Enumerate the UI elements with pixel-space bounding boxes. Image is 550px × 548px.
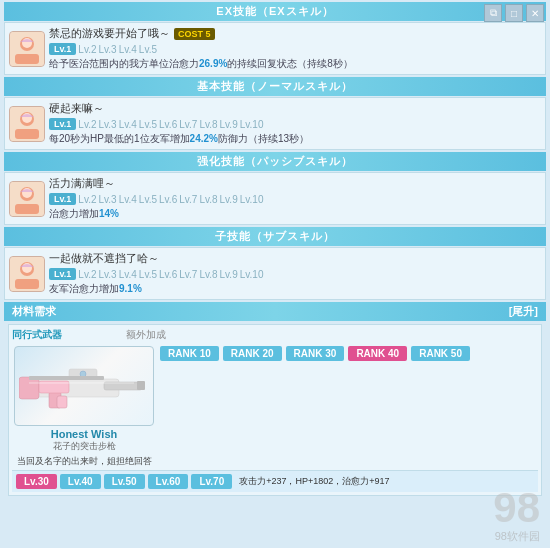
normal-lv8[interactable]: Lv.8	[199, 119, 217, 130]
svg-rect-10	[15, 204, 39, 214]
svg-rect-14	[15, 279, 39, 289]
rank20-button[interactable]: RANK 20	[223, 346, 282, 361]
sub-skill-desc: 友军治愈力增加9.1%	[49, 282, 541, 296]
materials-title-right: [尾升]	[509, 304, 538, 319]
sub-skill-row: 一起做就不遮挡了哈～ Lv.1 Lv.2 Lv.3 Lv.4 Lv.5 Lv.6…	[4, 247, 546, 300]
ex-lv3[interactable]: Lv.3	[99, 44, 117, 55]
normal-lv3[interactable]: Lv.3	[99, 119, 117, 130]
passive-char-icon	[9, 181, 45, 217]
normal-skill-row: 硬起来嘛～ Lv.1 Lv.2 Lv.3 Lv.4 Lv.5 Lv.6 Lv.7…	[4, 97, 546, 150]
sub-char-icon	[9, 256, 45, 292]
normal-lv10[interactable]: Lv.10	[240, 119, 264, 130]
logo-98-text: 98	[493, 487, 540, 529]
ex-skill-content: 禁忌的游戏要开始了哦～ COST 5 Lv.1 Lv.2 Lv.3 Lv.4 L…	[49, 26, 541, 71]
normal-lv1-button[interactable]: Lv.1	[49, 118, 76, 130]
sub-skill-name: 一起做就不遮挡了哈～	[49, 251, 159, 266]
ex-lv2[interactable]: Lv.2	[78, 44, 96, 55]
lv40-button[interactable]: Lv.40	[60, 474, 101, 489]
materials-header: 材料需求 [尾升]	[4, 302, 546, 321]
ex-char-icon	[9, 31, 45, 67]
sub-skill-header: 子技能（サブスキル）	[4, 227, 546, 246]
normal-lv6[interactable]: Lv.6	[159, 119, 177, 130]
sub-lv7[interactable]: Lv.7	[179, 269, 197, 280]
passive-skill-desc: 治愈力增加14%	[49, 207, 541, 221]
rank10-button[interactable]: RANK 10	[160, 346, 219, 361]
passive-lv2[interactable]: Lv.2	[78, 194, 96, 205]
passive-lv8[interactable]: Lv.8	[199, 194, 217, 205]
sub-lv3[interactable]: Lv.3	[99, 269, 117, 280]
sub-lv6[interactable]: Lv.6	[159, 269, 177, 280]
svg-rect-25	[137, 381, 145, 390]
ex-skill-row: 禁忌的游戏要开始了哦～ COST 5 Lv.1 Lv.2 Lv.3 Lv.4 L…	[4, 22, 546, 75]
ex-skill-name-row: 禁忌的游戏要开始了哦～ COST 5	[49, 26, 541, 41]
normal-skill-name-row: 硬起来嘛～	[49, 101, 541, 116]
weapon-image	[14, 346, 154, 426]
weapon-label: 同行式武器	[12, 328, 62, 342]
sub-level-bar: Lv.1 Lv.2 Lv.3 Lv.4 Lv.5 Lv.6 Lv.7 Lv.8 …	[49, 268, 541, 280]
ex-skill-desc: 给予医治范围内的我方单位治愈力26.9%的持续回复状态（持续8秒）	[49, 57, 541, 71]
watermark-logo: 98 98软件园	[493, 487, 540, 544]
sub-lv5[interactable]: Lv.5	[139, 269, 157, 280]
passive-lv9[interactable]: Lv.9	[220, 194, 238, 205]
ex-lv5[interactable]: Lv.5	[139, 44, 157, 55]
svg-rect-18	[19, 377, 39, 399]
ex-lv4[interactable]: Lv.4	[119, 44, 137, 55]
passive-skill-name-row: 活力满满哩～	[49, 176, 541, 191]
sub-skill-section: 子技能（サブスキル） 一起做就不遮挡了哈～ Lv.1 Lv.2 Lv.3 Lv.…	[4, 227, 546, 300]
materials-section: 材料需求 [尾升] 同行式武器 额外加成	[4, 302, 546, 496]
passive-lv1-button[interactable]: Lv.1	[49, 193, 76, 205]
sub-lv9[interactable]: Lv.9	[220, 269, 238, 280]
close-button[interactable]: ✕	[526, 4, 544, 22]
materials-title-left: 材料需求	[12, 304, 56, 319]
sub-lv2[interactable]: Lv.2	[78, 269, 96, 280]
passive-skill-header: 强化技能（パッシブスキル）	[4, 152, 546, 171]
normal-lv5[interactable]: Lv.5	[139, 119, 157, 130]
sub-lv8[interactable]: Lv.8	[199, 269, 217, 280]
normal-skill-section: 基本技能（ノーマルスキル） 硬起来嘛～ Lv.1 Lv.2 Lv.3 Lv.4 …	[4, 77, 546, 150]
lv60-button[interactable]: Lv.60	[148, 474, 189, 489]
normal-lv9[interactable]: Lv.9	[220, 119, 238, 130]
normal-char-icon	[9, 106, 45, 142]
passive-lv3[interactable]: Lv.3	[99, 194, 117, 205]
ex-skill-section: EX技能（EXスキル） 禁忌的游戏要开始了哦～ COST 5 Lv.1 Lv.2…	[4, 2, 546, 75]
passive-lv10[interactable]: Lv.10	[240, 194, 264, 205]
normal-lv4[interactable]: Lv.4	[119, 119, 137, 130]
svg-rect-2	[15, 54, 39, 64]
rank50-button[interactable]: RANK 50	[411, 346, 470, 361]
window-controls: ⧉ □ ✕	[484, 4, 544, 22]
passive-lv6[interactable]: Lv.6	[159, 194, 177, 205]
sub-lv1-button[interactable]: Lv.1	[49, 268, 76, 280]
ex-skill-name: 禁忌的游戏要开始了哦～	[49, 26, 170, 41]
ex-level-bar: Lv.1 Lv.2 Lv.3 Lv.4 Lv.5	[49, 43, 541, 55]
weapon-passive: 当回及名字的出来时，姐担绝回答	[17, 455, 152, 468]
svg-rect-23	[57, 396, 67, 408]
rank30-button[interactable]: RANK 30	[286, 346, 345, 361]
passive-skill-row: 活力满满哩～ Lv.1 Lv.2 Lv.3 Lv.4 Lv.5 Lv.6 Lv.…	[4, 172, 546, 225]
passive-lv4[interactable]: Lv.4	[119, 194, 137, 205]
normal-lv7[interactable]: Lv.7	[179, 119, 197, 130]
normal-skill-desc: 每20秒为HP最低的1位友军增加24.2%防御力（持续13秒）	[49, 132, 541, 146]
weapon-subname: 花子的突击步枪	[53, 440, 116, 453]
lv-upgrade-desc: 攻击力+237，HP+1802，治愈力+917	[239, 475, 389, 488]
lv30-button[interactable]: Lv.30	[16, 474, 57, 489]
sub-skill-content: 一起做就不遮挡了哈～ Lv.1 Lv.2 Lv.3 Lv.4 Lv.5 Lv.6…	[49, 251, 541, 296]
rank-area: RANK 10 RANK 20 RANK 30 RANK 40 RANK 50	[160, 346, 536, 468]
weapon-name: Honest Wish	[51, 428, 118, 440]
rank40-button[interactable]: RANK 40	[348, 346, 407, 361]
sub-lv4[interactable]: Lv.4	[119, 269, 137, 280]
minimize-button[interactable]: □	[505, 4, 523, 22]
rank-grid: RANK 10 RANK 20 RANK 30 RANK 40 RANK 50	[160, 346, 536, 361]
passive-lv5[interactable]: Lv.5	[139, 194, 157, 205]
lv70-button[interactable]: Lv.70	[191, 474, 232, 489]
lv-upgrade-row: Lv.30 Lv.40 Lv.50 Lv.60 Lv.70 攻击力+237，HP…	[12, 470, 538, 492]
lv50-button[interactable]: Lv.50	[104, 474, 145, 489]
sub-skill-name-row: 一起做就不遮挡了哈～	[49, 251, 541, 266]
copy-button[interactable]: ⧉	[484, 4, 502, 22]
sub-lv10[interactable]: Lv.10	[240, 269, 264, 280]
passive-skill-section: 强化技能（パッシブスキル） 活力满满哩～ Lv.1 Lv.2 Lv.3 Lv.4…	[4, 152, 546, 225]
passive-lv7[interactable]: Lv.7	[179, 194, 197, 205]
normal-lv2[interactable]: Lv.2	[78, 119, 96, 130]
ex-skill-header: EX技能（EXスキル）	[4, 2, 546, 21]
ex-lv1-button[interactable]: Lv.1	[49, 43, 76, 55]
normal-skill-name: 硬起来嘛～	[49, 101, 104, 116]
